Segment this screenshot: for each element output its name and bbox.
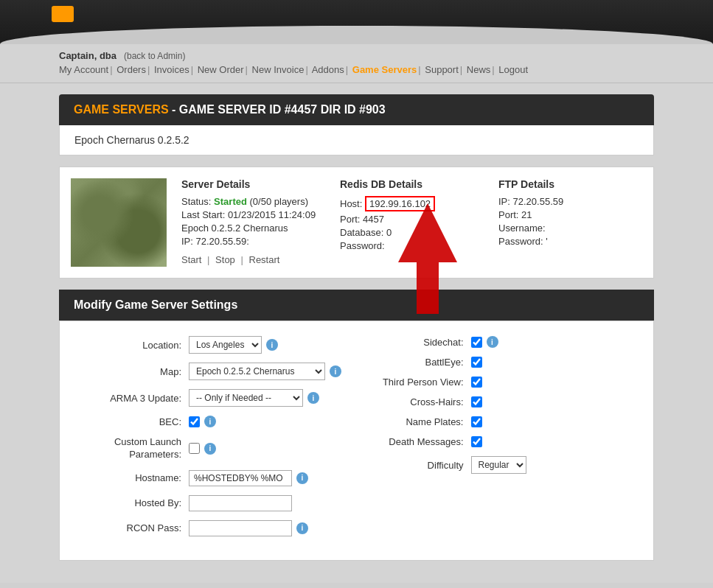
third-person-row: Third Person View: xyxy=(368,377,643,388)
hostname-info-icon[interactable]: i xyxy=(296,472,308,484)
battleye-checkbox[interactable] xyxy=(471,357,482,368)
nav-area: Captain, dba (back to Admin) My Account|… xyxy=(0,44,713,83)
hosted-by-control xyxy=(189,495,346,511)
arma3-select[interactable]: -- Only if Needed -- Always Never xyxy=(189,389,303,407)
title-orange: GAME SERVERS xyxy=(74,103,169,116)
server-name-bar: Epoch Chernarus 0.2.5.2 xyxy=(59,125,654,155)
server-map-image xyxy=(71,178,167,267)
sidechat-row: Sidechat: i xyxy=(368,336,643,348)
ftp-password: Password: ' xyxy=(498,236,642,247)
title-bar: GAME SERVERS - GAME SERVER ID #4457 DIR … xyxy=(59,94,654,125)
hosted-by-input[interactable] xyxy=(189,495,292,511)
difficulty-label: Difficulty xyxy=(368,460,471,471)
sidechat-checkbox[interactable] xyxy=(471,337,482,348)
nav-invoices[interactable]: Invoices xyxy=(154,64,189,75)
name-plates-checkbox[interactable] xyxy=(471,416,482,427)
hosted-by-label: Hosted By: xyxy=(71,497,189,508)
ip-value: 72.20.55.59: xyxy=(196,236,249,247)
death-messages-label: Death Messages: xyxy=(368,436,471,447)
location-info-icon[interactable]: i xyxy=(266,339,278,351)
sidechat-info-icon[interactable]: i xyxy=(487,336,498,348)
restart-link[interactable]: Restart xyxy=(249,254,280,265)
crosshairs-control xyxy=(471,396,643,407)
location-row: Location: Los Angeles New York Chicago D… xyxy=(71,336,346,354)
banner-wave xyxy=(0,26,713,44)
ftp-pass-value: ' xyxy=(546,236,547,247)
server-info-section: Server Details Status: Started (0/50 pla… xyxy=(59,167,654,279)
third-person-checkbox[interactable] xyxy=(471,377,482,388)
ftp-heading: FTP Details xyxy=(498,178,642,190)
nav-support[interactable]: Support xyxy=(425,64,459,75)
epoch-version: Epoch 0.2.5.2 Chernarus xyxy=(181,223,325,234)
username-label: Captain, dba xyxy=(59,50,116,61)
death-messages-row: Death Messages: xyxy=(368,436,643,447)
last-start-value: 01/23/2015 11:24:09 xyxy=(228,209,316,220)
arma3-row: ARMA 3 Update: -- Only if Needed -- Alwa… xyxy=(71,389,346,407)
third-person-label: Third Person View: xyxy=(368,377,471,388)
difficulty-control: Regular Veteran Expert xyxy=(471,456,643,474)
nav-addons[interactable]: Addons xyxy=(312,64,344,75)
map-terrain xyxy=(71,178,167,267)
server-details-heading: Server Details xyxy=(181,178,325,190)
server-ip: IP: 72.20.55.59: xyxy=(181,236,325,247)
crosshairs-checkbox[interactable] xyxy=(471,396,482,407)
ftp-details: FTP Details IP: 72.20.55.59 Port: 21 Use… xyxy=(498,178,642,267)
difficulty-select[interactable]: Regular Veteran Expert xyxy=(471,456,526,474)
rcon-label: RCON Pass: xyxy=(71,522,189,533)
status-started: Started xyxy=(214,196,247,207)
nav-links: My Account| Orders| Invoices| New Order|… xyxy=(59,64,654,75)
crosshairs-label: Cross-Hairs: xyxy=(368,396,471,407)
settings-bar: Modify Game Server Settings xyxy=(59,290,654,321)
custom-launch-control: i xyxy=(189,443,346,455)
location-select[interactable]: Los Angeles New York Chicago Dallas xyxy=(189,336,262,354)
sidechat-control: i xyxy=(471,336,643,348)
ftp-ip: IP: 72.20.55.59 xyxy=(498,196,642,207)
difficulty-row: Difficulty Regular Veteran Expert xyxy=(368,456,643,474)
name-plates-label: Name Plates: xyxy=(368,416,471,427)
arma3-info-icon[interactable]: i xyxy=(307,392,319,404)
bec-checkbox[interactable] xyxy=(189,416,200,427)
bec-info-icon[interactable]: i xyxy=(204,416,216,427)
rcon-row: RCON Pass: i xyxy=(71,520,346,536)
title-rest: - GAME SERVER ID #4457 DIR ID #903 xyxy=(169,103,386,116)
back-to-admin-link[interactable]: (back to Admin) xyxy=(124,51,185,61)
death-messages-checkbox[interactable] xyxy=(471,436,482,447)
custom-launch-info-icon[interactable]: i xyxy=(204,443,216,455)
redis-port: Port: 4457 xyxy=(340,214,484,225)
bec-label: BEC: xyxy=(71,416,189,427)
ftp-username: Username: xyxy=(498,223,642,234)
nav-logout[interactable]: Logout xyxy=(498,64,528,75)
start-link[interactable]: Start xyxy=(181,254,201,265)
nav-orders[interactable]: Orders xyxy=(116,64,146,75)
last-start: Last Start: 01/23/2015 11:24:09 xyxy=(181,209,325,220)
hostname-input[interactable] xyxy=(189,470,292,486)
battleye-control xyxy=(471,357,643,368)
nav-my-account[interactable]: My Account xyxy=(59,64,108,75)
map-select[interactable]: Epoch 0.2.5.2 Chernarus Epoch 0.2.5.2 Ta… xyxy=(189,363,325,380)
nav-new-invoice[interactable]: New Invoice xyxy=(252,64,305,75)
bec-row: BEC: i xyxy=(71,416,346,427)
hostname-row: Hostname: i xyxy=(71,470,346,486)
name-plates-row: Name Plates: xyxy=(368,416,643,427)
settings-content: Location: Los Angeles New York Chicago D… xyxy=(59,321,654,561)
epoch-value: 0.2.5.2 Chernarus xyxy=(212,223,288,234)
redis-db-value: 0 xyxy=(386,227,392,238)
status-extra: (0/50 players) xyxy=(250,196,308,207)
rcon-info-icon[interactable]: i xyxy=(296,522,308,534)
rcon-control: i xyxy=(189,520,346,536)
server-name: Epoch Chernarus 0.2.5.2 xyxy=(74,134,189,146)
settings-left-col: Location: Los Angeles New York Chicago D… xyxy=(71,336,346,545)
nav-game-servers[interactable]: Game Servers xyxy=(352,64,417,75)
hosted-by-row: Hosted By: xyxy=(71,495,346,511)
location-control: Los Angeles New York Chicago Dallas i xyxy=(189,336,346,354)
death-messages-control xyxy=(471,436,643,447)
bec-control: i xyxy=(189,416,346,427)
nav-new-order[interactable]: New Order xyxy=(198,64,244,75)
redis-host: Host: 192.99.16.102 xyxy=(340,196,484,211)
nav-news[interactable]: News xyxy=(467,64,491,75)
rcon-input[interactable] xyxy=(189,520,292,536)
custom-launch-checkbox[interactable] xyxy=(189,443,200,454)
ftp-port-value: 21 xyxy=(521,209,532,220)
stop-link[interactable]: Stop xyxy=(215,254,235,265)
map-info-icon[interactable]: i xyxy=(330,365,341,377)
